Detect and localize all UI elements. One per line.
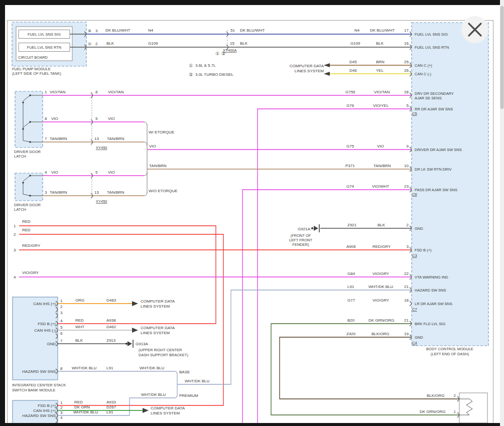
bcm-connector-label: C3 — [412, 253, 417, 258]
data-lines-label: COMPUTER DATA — [151, 406, 185, 410]
pin-number: 4 — [45, 170, 47, 175]
wire-color-label: DK BLU/WHT — [240, 28, 265, 33]
latch1-contact-dot — [29, 94, 31, 96]
bcm-connector-label: C7 — [412, 307, 417, 312]
pin-letter: D — [88, 42, 91, 46]
circuit-id-label: Z921 — [347, 223, 357, 227]
pin-number: 8 — [45, 116, 47, 121]
diagram-canvas: FUEL LVL SNS SIG FUEL LVL SNS RTN CIRCUI… — [0, 0, 504, 426]
wire-color-label: BLK — [376, 41, 384, 46]
bcm-pin-name: AJAR SE SENS — [415, 96, 442, 100]
wire-color-label: TAN/BRN — [107, 190, 124, 195]
connector-id-label: XY450 — [96, 199, 107, 204]
bcm-pin-name: FUEL LVL SNS SIG — [415, 32, 448, 37]
latch1-contact-dot — [22, 101, 24, 103]
pin-number: 28 — [404, 90, 409, 94]
conn-pin-number: 5 — [95, 170, 98, 175]
wire-color-label: RED — [75, 318, 84, 323]
circuit-id-label: D267 — [106, 405, 116, 409]
wire-color-label: DK BLU/WHT — [370, 28, 395, 33]
pin-number: 3 — [407, 244, 409, 249]
scrollbar-thumb[interactable] — [500, 6, 504, 109]
circuit-id-label: B20 — [347, 318, 355, 323]
bcm-pin-name: CAN C (+) — [415, 63, 432, 68]
wire-color-label: VIO/GRY — [372, 271, 390, 276]
circuit-id-label: G109 — [148, 41, 158, 46]
circuit-id-label: D483 — [106, 298, 116, 303]
ground-location: LEFT FRONT — [289, 238, 313, 242]
bcm-pin-name: HAZARD SW SNS — [415, 288, 446, 293]
conn-pin-number: 5 — [95, 116, 98, 121]
wire-color-label: VIO — [51, 116, 58, 121]
footnote-mark: ① — [189, 63, 193, 68]
ground-location: (FRONT OF — [291, 233, 311, 238]
pin-number: 4 — [60, 319, 63, 323]
bcm-pin-name: BRK FLD LVL SIG — [415, 322, 445, 326]
circuit-id-label: G75 — [346, 144, 354, 149]
circuit-id-label: A933 — [106, 400, 116, 404]
wire-color-label: WHT — [75, 325, 84, 329]
wire-color-label: TAN/BRN — [373, 164, 391, 168]
wire-color-label: BLK — [240, 41, 248, 46]
circuit-id-label: G74 — [346, 184, 354, 189]
wire-number: 4 — [14, 275, 16, 279]
bcm-pin-name: GND — [415, 335, 423, 340]
pin-number: 2 — [95, 42, 98, 46]
wire-color-label: VIO/GRY — [372, 298, 390, 303]
pin-number: 6 — [60, 331, 63, 336]
pin-number: 1 — [60, 400, 63, 405]
pin-number: 1 — [60, 299, 63, 303]
wire-color-label: RED — [22, 219, 31, 224]
pin-number: 2 — [407, 223, 409, 227]
pin-letter: B — [88, 29, 91, 33]
circuit-id-label: A906 — [346, 244, 356, 249]
bcm-pin-name: FUEL LVL SNS RTN — [415, 45, 449, 50]
pin-number: 9 — [407, 144, 409, 149]
pin-number: 2 — [60, 305, 63, 309]
pin-number: 16 — [404, 41, 409, 46]
wire-color-label: VIO/TAN — [50, 90, 66, 94]
latch2-contact-dot — [22, 182, 24, 183]
bcm-pin-name: GND — [415, 226, 423, 231]
wire-color-label: BLK — [75, 338, 83, 343]
fluid-level-switch-box — [459, 393, 487, 423]
bcm-pin-name: DR LK SW RTN DRIV — [415, 167, 452, 172]
pin-number: 5 — [60, 325, 63, 330]
latch2-module-name: LATCH — [14, 207, 26, 212]
wire-color-label: VIO — [108, 116, 115, 121]
ground-location: (UPPER RIGHT CENTER — [139, 348, 182, 352]
data-lines-label: LINES SYSTEM — [295, 69, 324, 73]
close-button[interactable] — [461, 16, 488, 43]
data-lines-label: COMPUTER DATA — [141, 299, 175, 304]
latch1-contact-dot — [29, 121, 31, 122]
circuit-id-label: G84 — [347, 271, 355, 276]
pin-number: 10 — [404, 164, 409, 168]
footnote-text: 3.6L & 5.7L — [195, 63, 216, 68]
circuit-id-label: L91 — [106, 410, 113, 414]
wire-color-label: DK GRN/ORG — [368, 318, 395, 323]
fuel-pump-module-name: FUEL PUMP MODULE — [12, 67, 51, 71]
circuit-id-label: D45 — [349, 60, 357, 64]
wire-number: 1 — [14, 224, 16, 228]
circuit-id-label: L91 — [106, 366, 113, 370]
pin-number: 1 — [45, 90, 47, 94]
bcm-pin-name: CAN C (-) — [415, 72, 431, 76]
bcm-pin-name: DRIVER DR AJAR SW SNS — [415, 148, 462, 152]
data-lines-label: COMPUTER DATA — [290, 64, 324, 68]
fuel-sig-label: FUEL LVL SNS SIG — [28, 32, 61, 37]
pin-number: 21 — [404, 318, 409, 323]
wiring-diagram-viewer: FUEL LVL SNS SIG FUEL LVL SNS RTN CIRCUI… — [0, 0, 504, 426]
driver-door-latch1-box — [15, 91, 43, 148]
latch1-contact-dot — [22, 128, 24, 129]
bcm-connector-label: C5 — [412, 111, 417, 116]
center-stack-module-box — [13, 297, 58, 380]
pin-number: 17 — [404, 28, 409, 33]
bcm-connector-label: C4 — [412, 341, 417, 345]
circuit-id-label: G109 — [350, 41, 360, 46]
pin-number: 2 — [454, 393, 456, 398]
circuit-id-label: D46 — [349, 68, 357, 73]
wire-color-label: WHT/DK BLU — [185, 379, 210, 383]
wire-color-label: VIO — [377, 144, 384, 149]
pin-number: 26 — [404, 68, 409, 73]
data-lines-label: LINES SYSTEM — [141, 304, 170, 309]
